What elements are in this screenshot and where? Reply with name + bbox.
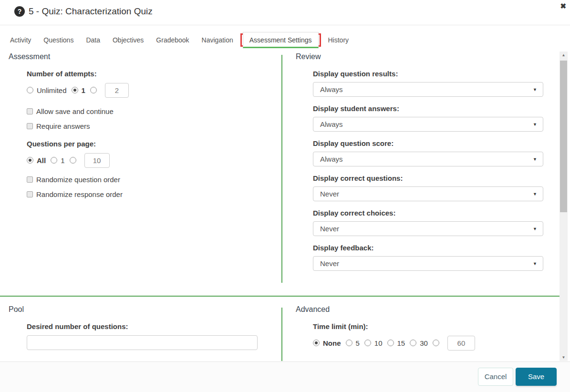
display-correct-choices-label: Display correct choices: [313,209,560,217]
checkbox-randomize-question-order[interactable]: Randomize question order [27,175,276,185]
chevron-down-icon: ▼ [533,227,537,231]
section-review: Review Display question results: Always … [296,52,560,279]
per-page-radio-group: All 1 [27,153,276,168]
radio-time-custom[interactable] [433,335,447,351]
display-question-score-label: Display question score: [313,139,560,147]
radio-icon [433,340,439,346]
section-heading-assessment: Assessment [9,52,276,61]
radio-icon [90,87,97,93]
desired-questions-label: Desired number of questions: [27,322,276,330]
display-correct-choices-select[interactable]: Never ▼ [313,221,543,236]
radio-time-30[interactable]: 30 [410,335,433,351]
radio-icon [27,157,33,164]
vertical-scrollbar[interactable]: ▲ ▼ [560,52,568,361]
tab-assessment-settings[interactable]: Assessment Settings [243,32,319,48]
review-field: Display correct choices: Never ▼ [313,209,560,236]
chevron-down-icon: ▼ [533,87,537,92]
display-feedback-label: Display feedback: [313,244,560,252]
display-student-answers-select[interactable]: Always ▼ [313,117,543,132]
vertical-divider-bottom [281,308,282,361]
display-question-score-select[interactable]: Always ▼ [313,152,543,166]
section-advanced: Advanced Time limit (min): None 5 10 [296,305,560,351]
checkbox-require-answers[interactable]: Require answers [27,121,276,131]
review-field: Display student answers: Always ▼ [313,104,560,132]
radio-icon [364,340,371,346]
settings-content: Assessment Number of attempts: Unlimited… [0,51,570,361]
radio-attempts-one[interactable]: 1 [72,83,90,98]
close-icon[interactable]: ✖ [560,2,566,10]
radio-icon [387,340,394,346]
tab-data[interactable]: Data [80,32,106,48]
tab-objectives[interactable]: Objectives [106,32,150,48]
horizontal-divider [0,296,560,297]
radio-icon [70,157,76,164]
scroll-up-icon[interactable]: ▲ [560,52,568,59]
tab-questions[interactable]: Questions [37,32,80,48]
dialog-footer: Cancel Save [0,361,570,392]
review-field: Display correct questions: Never ▼ [313,174,560,201]
time-limit-custom-input[interactable] [447,336,475,351]
dialog-header: ? 5 - Quiz: Characterization Quiz ✖ [0,0,570,25]
section-pool: Pool Desired number of questions: [9,305,276,350]
help-icon[interactable]: ? [14,6,25,17]
save-button[interactable]: Save [516,368,557,386]
checkbox-icon [27,108,33,114]
chevron-down-icon: ▼ [533,192,537,196]
tab-bar: Activity Questions Data Objectives Grade… [4,29,567,52]
display-correct-questions-select[interactable]: Never ▼ [313,186,543,201]
radio-icon [410,340,416,346]
chevron-down-icon: ▼ [533,122,537,127]
tab-gradebook[interactable]: Gradebook [150,32,195,48]
annotation-highlight-box: Assessment Settings [240,33,321,47]
section-heading-pool: Pool [9,305,276,314]
chevron-down-icon: ▼ [533,261,537,266]
radio-icon [313,340,320,346]
radio-per-page-custom[interactable] [70,153,84,168]
radio-icon [346,340,352,346]
section-assessment: Assessment Number of attempts: Unlimited… [9,52,276,199]
checkbox-icon [27,191,33,197]
radio-per-page-one[interactable]: 1 [51,153,69,168]
radio-attempts-unlimited[interactable]: Unlimited [27,83,72,98]
per-page-custom-input[interactable] [84,153,110,168]
time-limit-radio-group: None 5 10 15 30 [313,335,560,351]
radio-icon [72,87,78,93]
section-heading-review: Review [296,52,560,61]
review-field: Display question results: Always ▼ [313,70,560,97]
radio-attempts-custom[interactable] [90,83,105,98]
vertical-divider-top [281,55,282,283]
cancel-button[interactable]: Cancel [478,368,513,386]
radio-time-5[interactable]: 5 [346,335,364,351]
display-question-results-label: Display question results: [313,70,560,78]
tab-navigation[interactable]: Navigation [196,32,239,48]
radio-time-15[interactable]: 15 [387,335,410,351]
radio-per-page-all[interactable]: All [27,153,51,168]
questions-per-page-label: Questions per page: [27,140,276,148]
time-limit-label: Time limit (min): [313,322,560,330]
checkbox-icon [27,123,33,129]
review-field: Display feedback: Never ▼ [313,244,560,271]
checkbox-allow-save-and-continue[interactable]: Allow save and continue [27,106,276,116]
attempts-label: Number of attempts: [27,70,276,78]
review-field: Display question score: Always ▼ [313,139,560,166]
chevron-down-icon: ▼ [533,157,537,162]
attempts-radio-group: Unlimited 1 [27,83,276,98]
section-heading-advanced: Advanced [296,305,560,314]
attempts-custom-input[interactable] [105,83,129,98]
radio-icon [27,87,33,93]
desired-questions-input[interactable] [27,335,258,350]
checkbox-randomize-response-order[interactable]: Randomize response order [27,189,276,199]
dialog-title: 5 - Quiz: Characterization Quiz [29,6,153,17]
radio-time-10[interactable]: 10 [364,335,387,351]
radio-time-none[interactable]: None [313,335,346,351]
display-feedback-select[interactable]: Never ▼ [313,256,543,271]
display-student-answers-label: Display student answers: [313,104,560,113]
tab-history[interactable]: History [322,32,355,48]
display-correct-questions-label: Display correct questions: [313,174,560,182]
checkbox-icon [27,176,33,183]
radio-icon [51,157,57,164]
display-question-results-select[interactable]: Always ▼ [313,82,543,97]
tab-activity[interactable]: Activity [4,32,37,48]
scrollbar-thumb[interactable] [560,61,567,212]
scroll-down-icon[interactable]: ▼ [560,354,568,361]
